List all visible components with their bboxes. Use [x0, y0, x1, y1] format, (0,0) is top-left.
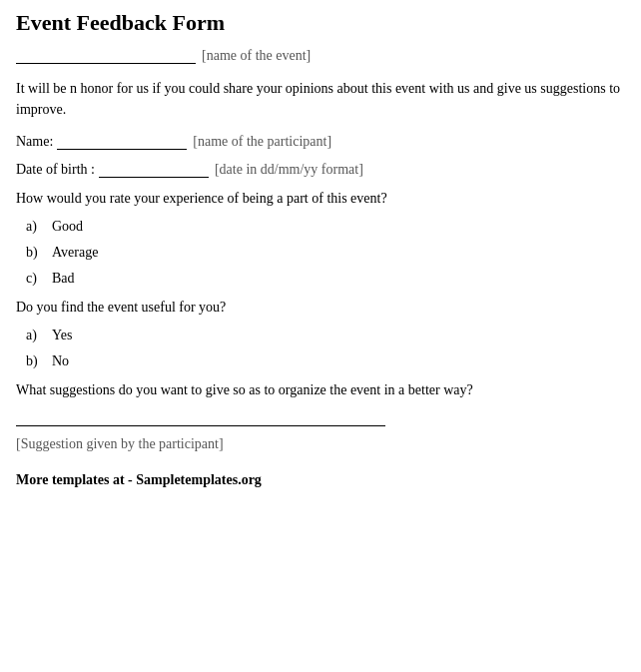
q2-letter-a: a)	[26, 328, 46, 343]
suggestion-placeholder: [Suggestion given by the participant]	[16, 436, 625, 452]
footer-site: Sampletemplates.org	[133, 472, 262, 487]
name-label: Name:	[16, 134, 53, 150]
q1-options: a) Good b) Average c) Bad	[16, 219, 625, 287]
question-1: How would you rate your experience of be…	[16, 188, 625, 209]
q1-option-c: c) Bad	[16, 271, 625, 287]
q1-letter-b: b)	[26, 245, 46, 261]
q2-option-a: a) Yes	[16, 328, 625, 343]
dob-placeholder: [date in dd/mm/yy format]	[215, 162, 363, 178]
event-name-row: [name of the event]	[16, 48, 625, 64]
name-placeholder: [name of the participant]	[193, 134, 331, 150]
q1-letter-a: a)	[26, 219, 46, 235]
suggestion-underline	[16, 410, 385, 426]
q2-option-b: b) No	[16, 353, 625, 369]
q1-option-b: b) Average	[16, 245, 625, 261]
page-title: Event Feedback Form	[16, 10, 625, 36]
name-underline	[57, 134, 187, 150]
q1-text-c: Bad	[52, 271, 75, 287]
event-name-placeholder: [name of the event]	[202, 48, 311, 64]
q2-letter-b: b)	[26, 353, 46, 369]
intro-text: It will be n honor for us if you could s…	[16, 78, 625, 120]
q2-options: a) Yes b) No	[16, 328, 625, 369]
q1-option-a: a) Good	[16, 219, 625, 235]
q1-letter-c: c)	[26, 271, 46, 287]
dob-underline	[99, 162, 209, 178]
dob-row: Date of birth : [date in dd/mm/yy format…	[16, 162, 625, 178]
footer-prefix: More templates at -	[16, 472, 133, 487]
footer: More templates at - Sampletemplates.org	[16, 472, 625, 488]
dob-label: Date of birth :	[16, 162, 95, 178]
event-name-underline	[16, 48, 196, 64]
q1-text-b: Average	[52, 245, 98, 261]
q2-text-b: No	[52, 353, 69, 369]
name-row: Name: [name of the participant]	[16, 134, 625, 150]
q2-text-a: Yes	[52, 328, 72, 343]
question-2: Do you find the event useful for you?	[16, 297, 625, 318]
question-3: What suggestions do you want to give so …	[16, 379, 625, 400]
q1-text-a: Good	[52, 219, 83, 235]
